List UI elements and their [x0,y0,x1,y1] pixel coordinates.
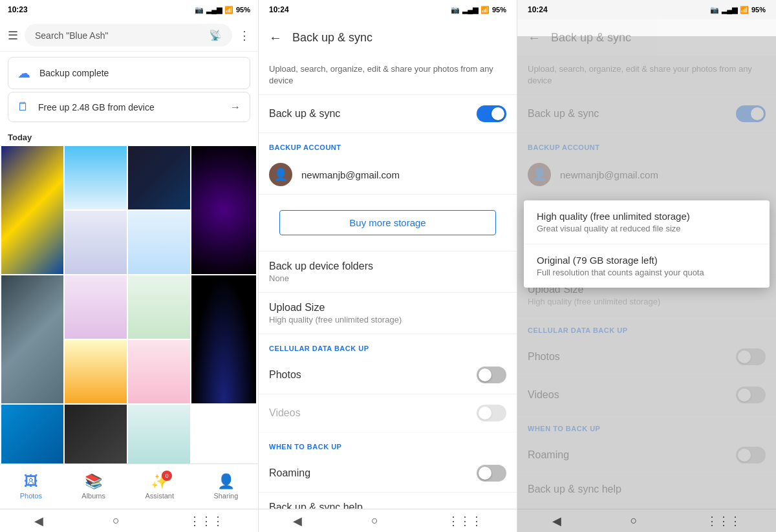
photo-item[interactable] [65,146,127,209]
photos-nav-label: Photos [20,492,42,500]
assistant-badge: 0 [162,471,172,481]
sharing-nav-label: Sharing [213,492,238,500]
original-title: Original (79 GB storage left) [537,255,757,266]
help-row[interactable]: Back up & sync help [259,493,517,509]
battery-2: 95% [492,6,506,14]
photo-item[interactable] [128,146,190,209]
camera-icon-3: 📷 [710,6,719,14]
videos-toggle [477,405,506,421]
photos-toggle-row[interactable]: Photos [259,356,517,394]
back-sys-btn-1[interactable]: ◀ [19,511,59,531]
when-section-2: WHEN TO BACK UP [259,432,517,454]
help-label: Back up & sync help [269,502,506,509]
battery-3: 95% [751,6,766,14]
recents-sys-btn-1[interactable]: ⋮⋮⋮ [173,511,239,531]
signal-2: ▂▄▆ [462,6,478,14]
upload-size-row[interactable]: Upload Size High quality (free unlimited… [259,293,517,334]
nav-sharing[interactable]: 👤 Sharing [206,471,246,502]
nav-photos[interactable]: 🖼 Photos [12,471,50,502]
signal-3: ▂▄▆ [722,6,737,14]
roaming-toggle[interactable] [477,465,506,482]
status-bar-2: 10:24 📷 ▂▄▆ 📶 95% [259,0,517,19]
time-2: 10:24 [269,5,289,14]
backup-sync-panel-3: 10:24 📷 ▂▄▆ 📶 95% ← Back up & sync Uploa… [517,0,776,532]
buy-storage-button[interactable]: Buy more storage [279,210,496,235]
search-bar: ☰ Search "Blue Ash" 📡 ⋮ [0,19,258,52]
photo-item[interactable] [128,275,190,339]
photos-label: Photos [269,369,301,381]
roaming-toggle-row[interactable]: Roaming [259,454,517,493]
backup-complete-text: Backup complete [39,68,241,78]
account-email-2: newmanjb@gmail.com [301,169,400,180]
photo-item[interactable] [128,405,190,463]
free-up-card[interactable]: 🗒 Free up 2.48 GB from device → [8,92,250,122]
backup-sync-toggle[interactable] [477,105,506,122]
photo-item[interactable] [128,211,190,274]
backup-folders-row[interactable]: Back up device folders None [259,251,517,293]
back-button-2[interactable]: ← [269,30,282,45]
photo-item[interactable] [1,405,63,463]
backup-account-section: BACKUP ACCOUNT [259,133,517,155]
photo-item[interactable] [1,275,63,403]
recents-sys-btn-2[interactable]: ⋮⋮⋮ [432,511,498,531]
camera-icon-2: 📷 [451,6,460,14]
signal-1: ▂▄▆ [206,6,222,14]
roaming-label: Roaming [269,467,310,479]
settings-body-2: Upload, search, organize, edit & share y… [259,56,517,509]
status-bar-3: 10:24 📷 ▂▄▆ 📶 95% [517,0,776,19]
toolbar-2: ← Back up & sync [259,19,517,56]
backup-folders-value: None [269,273,506,283]
wifi-3: 📶 [740,6,749,14]
system-nav-2: ◀ ○ ⋮⋮⋮ [259,509,517,532]
photo-item[interactable] [191,146,256,274]
settings-description-2: Upload, search, organize, edit & share y… [259,56,517,95]
hamburger-icon[interactable]: ☰ [8,28,18,43]
assistant-nav-label: Assistant [145,492,174,500]
cloud-icon: ☁ [17,65,30,81]
backup-sync-label: Back up & sync [269,108,340,120]
photo-item[interactable] [65,211,127,274]
backup-sync-panel: 10:24 📷 ▂▄▆ 📶 95% ← Back up & sync Uploa… [259,0,517,532]
more-options-icon[interactable]: ⋮ [239,28,250,43]
photos-toggle[interactable] [477,367,506,383]
back-sys-btn-2[interactable]: ◀ [277,511,318,531]
bottom-nav: 🖼 Photos 📚 Albums ✨ 0 Assistant 👤 Sharin… [0,463,258,509]
backup-sync-row[interactable]: Back up & sync [259,95,517,133]
avatar-2: 👤 [269,163,292,186]
wifi-1: 📶 [224,6,233,14]
home-sys-btn-1[interactable]: ○ [97,511,135,530]
camera-icon-1: 📷 [195,6,204,14]
battery-1: 95% [236,6,250,14]
high-quality-subtitle: Great visual quality at reduced file siz… [537,224,757,233]
backup-complete-card[interactable]: ☁ Backup complete [8,57,250,89]
cast-icon[interactable]: 📡 [209,29,222,41]
photo-grid [0,145,258,463]
photo-item[interactable] [65,340,127,403]
time-3: 10:24 [528,5,548,14]
toolbar-title-2: Back up & sync [292,31,506,45]
account-row-2[interactable]: 👤 newmanjb@gmail.com [259,155,517,195]
roaming-knob [479,467,491,480]
nav-albums[interactable]: 📚 Albums [74,471,113,502]
free-up-text: Free up 2.48 GB from device [38,102,221,112]
nav-assistant[interactable]: ✨ 0 Assistant [137,471,182,502]
photos-panel: 10:23 📷 ▂▄▆ 📶 95% ☰ Search "Blue Ash" 📡 … [0,0,259,532]
search-input[interactable]: Search "Blue Ash" 📡 [25,24,232,47]
sharing-nav-icon: 👤 [217,473,235,490]
dropdown-item-high-quality[interactable]: High quality (free unlimited storage) Gr… [524,200,770,244]
upload-size-label: Upload Size [269,302,506,314]
home-sys-btn-2[interactable]: ○ [356,511,394,530]
today-section-label: Today [0,127,258,145]
albums-nav-icon: 📚 [85,473,102,490]
photo-item[interactable] [191,275,256,403]
photo-item[interactable] [1,146,63,274]
dropdown-item-original[interactable]: Original (79 GB storage left) Full resol… [524,244,770,288]
photo-item[interactable] [65,405,127,463]
arrow-icon: → [230,101,241,113]
time-1: 10:23 [8,5,28,14]
file-icon: 🗒 [17,100,29,114]
photo-item[interactable] [65,275,127,339]
cellular-section-2: CELLULAR DATA BACK UP [259,334,517,356]
albums-nav-label: Albums [81,492,105,500]
photo-item[interactable] [128,340,190,403]
